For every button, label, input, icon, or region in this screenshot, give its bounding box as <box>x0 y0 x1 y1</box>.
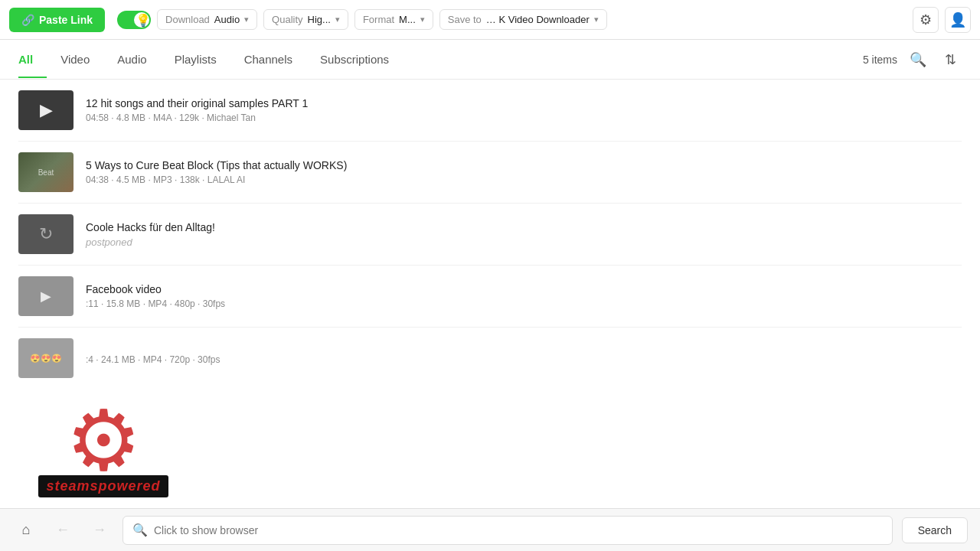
item-info: Coole Hacks für den Alltag! postponed <box>86 221 962 248</box>
item-meta: 04:38 · 4.5 MB · MP3 · 138k · LALAL AI <box>86 174 962 185</box>
download-label: Download <box>165 14 210 25</box>
thumbnail: ▶ <box>18 276 74 316</box>
tab-all[interactable]: All <box>18 42 47 78</box>
download-chevron-icon: ▾ <box>244 15 249 24</box>
list-item: ↻ Coole Hacks für den Alltag! postponed <box>18 204 962 266</box>
saveto-dropdown[interactable]: Save to … K Video Downloader ▾ <box>439 9 607 30</box>
list-item: ▶ Facebook video :11 · 15.8 MB · MP4 · 4… <box>18 266 962 328</box>
refresh-icon: ↻ <box>39 224 53 244</box>
format-label: Format <box>363 14 394 25</box>
thumbnail: Beat <box>18 152 74 192</box>
topbar-right: ⚙ 👤 <box>913 7 971 33</box>
paste-link-button[interactable]: 🔗 Paste Link <box>9 8 105 32</box>
play-icon: ▶ <box>40 100 53 120</box>
saveto-label: Save to <box>448 14 482 25</box>
list-item: 😍😍😍 :4 · 24.1 MB · MP4 · 720p · 30fps <box>18 328 962 389</box>
quality-chevron-icon: ▾ <box>335 15 340 24</box>
tab-video[interactable]: Video <box>47 42 103 78</box>
item-info: :4 · 24.1 MB · MP4 · 720p · 30fps <box>86 351 962 365</box>
thumb-text: Beat <box>37 167 56 178</box>
item-title: 12 hit songs and their original samples … <box>86 97 962 109</box>
browser-search-bar[interactable]: 🔍 <box>122 516 893 545</box>
quality-dropdown[interactable]: Quality Hig... ▾ <box>263 9 348 30</box>
items-count: 5 items <box>863 54 897 66</box>
quality-label: Quality <box>272 14 302 25</box>
thumbnail: ▶ <box>18 90 74 130</box>
item-title: Facebook video <box>86 283 962 295</box>
settings-icon: ⚙ <box>920 11 932 28</box>
list-item: ▶ 12 hit songs and their original sample… <box>18 80 962 142</box>
format-dropdown[interactable]: Format M... ▾ <box>354 9 433 30</box>
tab-playlists[interactable]: Playlists <box>161 42 230 78</box>
topbar: 🔗 Paste Link 💡 Download Audio ▾ Quality … <box>0 0 980 40</box>
tabs-bar: All Video Audio Playlists Channels Subsc… <box>0 40 980 80</box>
item-info: Facebook video :11 · 15.8 MB · MP4 · 480… <box>86 283 962 309</box>
play-icon: ▶ <box>41 288 51 305</box>
search-icon: 🔍 <box>132 523 148 537</box>
sort-button[interactable]: ⇅ <box>939 48 962 71</box>
download-value: Audio <box>214 14 240 25</box>
home-button[interactable]: ⌂ <box>12 517 40 544</box>
item-info: 12 hit songs and their original samples … <box>86 97 962 123</box>
item-info: 5 Ways to Cure Beat Block (Tips that act… <box>86 159 962 185</box>
tab-subscriptions[interactable]: Subscriptions <box>306 42 403 78</box>
forward-icon: → <box>93 522 106 538</box>
tab-channels[interactable]: Channels <box>230 42 306 78</box>
paste-icon: 🔗 <box>21 14 34 26</box>
item-postponed: postponed <box>86 236 962 248</box>
saveto-value: … K Video Downloader <box>486 14 590 25</box>
saveto-chevron-icon: ▾ <box>594 15 599 24</box>
forward-button[interactable]: → <box>86 517 113 544</box>
home-icon: ⌂ <box>22 522 31 538</box>
browser-search-input[interactable] <box>154 524 883 536</box>
sort-icon: ⇅ <box>945 51 956 68</box>
format-chevron-icon: ▾ <box>420 15 425 24</box>
format-value: M... <box>399 14 416 25</box>
settings-button[interactable]: ⚙ <box>913 7 939 33</box>
bottombar: ⌂ ← → 🔍 Search <box>0 508 980 551</box>
list-container: ▶ 12 hit songs and their original sample… <box>0 80 980 548</box>
download-type-dropdown[interactable]: Download Audio ▾ <box>157 9 257 30</box>
search-button[interactable]: Search <box>902 517 968 543</box>
search-list-icon: 🔍 <box>910 51 926 68</box>
back-icon: ← <box>56 522 70 538</box>
item-meta: :4 · 24.1 MB · MP4 · 720p · 30fps <box>86 354 962 365</box>
thumbnail: 😍😍😍 <box>18 338 74 378</box>
quality-value: Hig... <box>308 14 331 25</box>
paste-link-label: Paste Link <box>39 14 93 26</box>
profile-icon: 👤 <box>949 11 966 28</box>
thumb-emoji: 😍😍😍 <box>30 354 62 364</box>
search-list-button[interactable]: 🔍 <box>906 48 929 71</box>
tab-audio[interactable]: Audio <box>103 42 160 78</box>
list-item: Beat 5 Ways to Cure Beat Block (Tips tha… <box>18 142 962 204</box>
profile-button[interactable]: 👤 <box>945 7 971 33</box>
item-meta: 04:58 · 4.8 MB · M4A · 129k · Michael Ta… <box>86 112 962 123</box>
item-title: Coole Hacks für den Alltag! <box>86 221 962 233</box>
download-toggle[interactable]: 💡 <box>117 11 151 29</box>
item-meta: :11 · 15.8 MB · MP4 · 480p · 30fps <box>86 298 962 309</box>
toggle-bulb-icon: 💡 <box>136 13 151 28</box>
download-toggle-wrap: 💡 <box>117 11 151 29</box>
main-content: All Video Audio Playlists Channels Subsc… <box>0 40 980 548</box>
item-title: 5 Ways to Cure Beat Block (Tips that act… <box>86 159 962 171</box>
back-button[interactable]: ← <box>49 517 77 544</box>
tabs-right: 5 items 🔍 ⇅ <box>863 48 962 71</box>
thumbnail: ↻ <box>18 214 74 254</box>
